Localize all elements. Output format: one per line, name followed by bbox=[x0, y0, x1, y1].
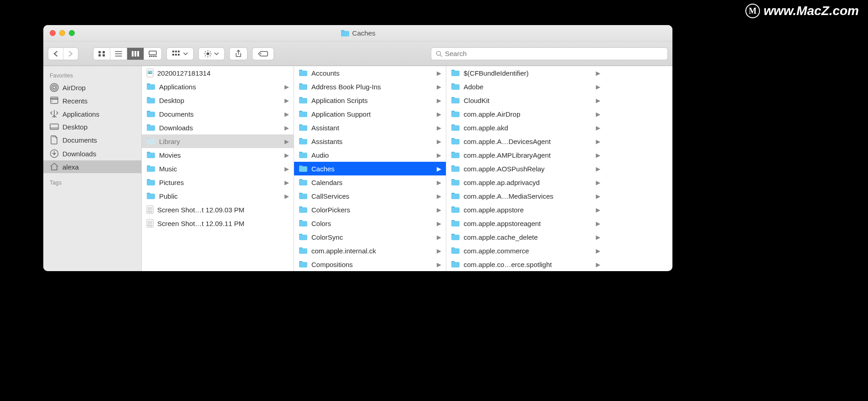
sidebar-item-downloads[interactable]: Downloads bbox=[43, 147, 141, 160]
chevron-right-icon: ▶ bbox=[437, 261, 441, 268]
file-label: Audio bbox=[311, 151, 433, 159]
file-label: Calendars bbox=[311, 179, 433, 186]
file-row[interactable]: Library▶ bbox=[142, 134, 294, 148]
chevron-right-icon: ▶ bbox=[596, 193, 600, 200]
minimize-window-button[interactable] bbox=[59, 30, 65, 36]
file-label: com.apple.cache_delete bbox=[464, 233, 592, 241]
fullscreen-window-button[interactable] bbox=[69, 30, 75, 36]
file-row[interactable]: com.apple.ap.adprivacyd▶ bbox=[446, 175, 605, 189]
sidebar-tags-heading: Tags bbox=[43, 177, 141, 188]
column-1[interactable]: Accounts▶Address Book Plug-Ins▶Applicati… bbox=[294, 66, 446, 271]
file-row[interactable]: Accounts▶ bbox=[294, 66, 446, 80]
column-0[interactable]: 20200127181314Applications▶Desktop▶Docum… bbox=[142, 66, 294, 271]
file-row[interactable]: Applications▶ bbox=[142, 80, 294, 93]
file-icon bbox=[146, 68, 154, 77]
file-row[interactable]: com.apple.appstoreagent▶ bbox=[446, 216, 605, 230]
file-row[interactable]: Application Support▶ bbox=[294, 107, 446, 121]
forward-button[interactable] bbox=[63, 48, 78, 60]
tags-button[interactable] bbox=[252, 47, 274, 60]
file-row[interactable]: ColorSync▶ bbox=[294, 230, 446, 244]
file-label: com.apple.commerce bbox=[464, 247, 592, 255]
file-row[interactable]: com.apple.A…DevicesAgent▶ bbox=[446, 134, 605, 148]
search-input[interactable] bbox=[445, 50, 663, 57]
share-button[interactable] bbox=[229, 47, 248, 60]
file-row[interactable]: Desktop▶ bbox=[142, 93, 294, 107]
file-row[interactable]: Downloads▶ bbox=[142, 121, 294, 134]
file-row[interactable]: com.apple.co…erce.spotlight▶ bbox=[446, 257, 605, 271]
file-icon bbox=[451, 138, 460, 145]
file-row[interactable]: Documents▶ bbox=[142, 107, 294, 121]
file-icon: PNG bbox=[146, 205, 154, 214]
action-menu-button[interactable] bbox=[198, 47, 225, 60]
file-icon bbox=[451, 97, 460, 104]
svg-rect-18 bbox=[172, 54, 174, 56]
sidebar-item-desktop[interactable]: Desktop bbox=[43, 121, 141, 133]
file-row[interactable]: com.apple.appstore▶ bbox=[446, 203, 605, 216]
file-row[interactable]: Movies▶ bbox=[142, 148, 294, 162]
chevron-right-icon: ▶ bbox=[596, 70, 600, 77]
svg-rect-20 bbox=[178, 54, 180, 56]
file-icon bbox=[299, 192, 308, 200]
file-row[interactable]: com.apple.AOSPushRelay▶ bbox=[446, 162, 605, 175]
file-row[interactable]: com.apple.internal.ck▶ bbox=[294, 244, 446, 257]
list-view-button[interactable] bbox=[110, 48, 127, 60]
file-row[interactable]: com.apple.AMPLibraryAgent▶ bbox=[446, 148, 605, 162]
sidebar-item-airdrop[interactable]: AirDrop bbox=[43, 81, 141, 94]
file-row[interactable]: PNGScreen Shot…t 12.09.03 PM bbox=[142, 203, 294, 216]
file-row[interactable]: Colors▶ bbox=[294, 216, 446, 230]
svg-line-32 bbox=[440, 55, 442, 57]
file-label: Screen Shot…t 12.09.03 PM bbox=[157, 206, 289, 214]
file-row[interactable]: com.apple.commerce▶ bbox=[446, 244, 605, 257]
file-icon bbox=[451, 110, 460, 118]
sidebar-item-label: alexa bbox=[62, 163, 79, 171]
file-row[interactable]: 20200127181314 bbox=[142, 66, 294, 80]
svg-rect-14 bbox=[155, 56, 157, 57]
file-row[interactable]: com.apple.A…MediaServices▶ bbox=[446, 189, 605, 203]
file-row[interactable]: Pictures▶ bbox=[142, 175, 294, 189]
sidebar: Favorites AirDropRecentsApplicationsDesk… bbox=[43, 66, 142, 271]
file-label: Applications bbox=[159, 83, 281, 91]
sidebar-item-recents[interactable]: Recents bbox=[43, 94, 141, 107]
group-by-button[interactable] bbox=[166, 47, 194, 60]
file-label: Address Book Plug-Ins bbox=[311, 83, 433, 91]
file-icon bbox=[451, 247, 460, 254]
file-row[interactable]: Compositions▶ bbox=[294, 257, 446, 271]
file-row[interactable]: Audio▶ bbox=[294, 148, 446, 162]
file-row[interactable]: Application Scripts▶ bbox=[294, 93, 446, 107]
svg-rect-23 bbox=[207, 56, 208, 57]
icon-view-button[interactable] bbox=[93, 48, 110, 60]
file-row[interactable]: Caches▶ bbox=[294, 162, 446, 175]
back-button[interactable] bbox=[48, 48, 63, 60]
svg-rect-22 bbox=[207, 50, 208, 51]
file-row[interactable]: PNGScreen Shot…t 12.09.11 PM bbox=[142, 216, 294, 230]
file-row[interactable]: CallServices▶ bbox=[294, 189, 446, 203]
column-view-button[interactable] bbox=[127, 48, 144, 60]
chevron-right-icon: ▶ bbox=[437, 247, 441, 254]
search-box[interactable] bbox=[431, 47, 668, 60]
chevron-right-icon: ▶ bbox=[596, 234, 600, 241]
file-row[interactable]: $(CFBundleIdentifier)▶ bbox=[446, 66, 605, 80]
sidebar-item-documents[interactable]: Documents bbox=[43, 133, 141, 147]
file-row[interactable]: Music▶ bbox=[142, 162, 294, 175]
file-row[interactable]: ColorPickers▶ bbox=[294, 203, 446, 216]
svg-rect-7 bbox=[132, 51, 134, 57]
file-row[interactable]: Assistant▶ bbox=[294, 121, 446, 134]
file-row[interactable]: CloudKit▶ bbox=[446, 93, 605, 107]
file-row[interactable]: com.apple.AirDrop▶ bbox=[446, 107, 605, 121]
sidebar-item-applications[interactable]: Applications bbox=[43, 107, 141, 121]
gallery-view-button[interactable] bbox=[144, 48, 161, 60]
file-row[interactable]: com.apple.cache_delete▶ bbox=[446, 230, 605, 244]
file-row[interactable]: Calendars▶ bbox=[294, 175, 446, 189]
svg-rect-27 bbox=[210, 55, 211, 56]
file-row[interactable]: Adobe▶ bbox=[446, 80, 605, 93]
file-icon bbox=[146, 110, 155, 118]
file-row[interactable]: Assistants▶ bbox=[294, 134, 446, 148]
close-window-button[interactable] bbox=[50, 30, 56, 36]
file-row[interactable]: Public▶ bbox=[142, 189, 294, 203]
svg-rect-15 bbox=[172, 51, 174, 52]
file-row[interactable]: Address Book Plug-Ins▶ bbox=[294, 80, 446, 93]
file-row[interactable]: com.apple.akd▶ bbox=[446, 121, 605, 134]
file-label: Caches bbox=[311, 165, 433, 173]
column-2[interactable]: $(CFBundleIdentifier)▶Adobe▶CloudKit▶com… bbox=[446, 66, 605, 271]
sidebar-item-alexa[interactable]: alexa bbox=[43, 160, 141, 173]
